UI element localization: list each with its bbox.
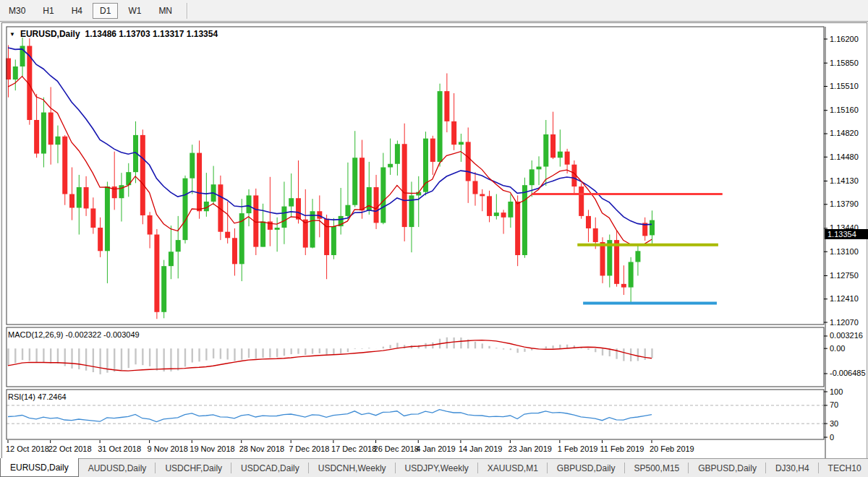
chart-tab-usdcnh-weekly[interactable]: USDCNH,Weekly	[309, 459, 396, 477]
chart-tab-xauusd-m1[interactable]: XAUUSD,M1	[478, 459, 548, 477]
timeframe-button-d1[interactable]: D1	[93, 3, 118, 19]
chart-tab-tech10[interactable]: TECH10	[819, 459, 868, 477]
timeframe-toolbar: M30H1H4D1W1MN	[0, 0, 868, 22]
macd-indicator-title: MACD(12,26,9) -0.002322 -0.003049	[8, 330, 140, 339]
symbol-dropdown-icon[interactable]: ▼	[9, 31, 15, 38]
timeframe-button-h4[interactable]: H4	[64, 3, 90, 19]
rsi-line	[8, 410, 652, 422]
chart-title: ▼ EURUSD,Daily 1.13486 1.13703 1.13317 1…	[9, 29, 218, 39]
chart-tab-bar: EURUSD,DailyAUDUSD,DailyUSDCHF,DailyUSDC…	[0, 458, 868, 477]
chart-tab-sp500-m15[interactable]: SP500,M15	[625, 459, 689, 477]
chart-tab-gbpusd-daily[interactable]: GBPUSD,Daily	[548, 459, 625, 477]
chart-ohlc-values: 1.13486 1.13703 1.13317 1.13354	[85, 29, 218, 39]
chart-tab-dj30-h4[interactable]: DJ30,H4	[766, 459, 819, 477]
rsi-indicator-title: RSI(14) 47.2464	[8, 392, 67, 401]
timeframe-button-w1[interactable]: W1	[121, 3, 148, 19]
timeframe-button-mn[interactable]: MN	[151, 3, 179, 19]
chart-canvas[interactable]	[2, 23, 867, 460]
chart-tab-usdchf-daily[interactable]: USDCHF,Daily	[156, 459, 231, 477]
chart-tab-eurusd-daily[interactable]: EURUSD,Daily	[0, 458, 79, 477]
timeframe-button-m30[interactable]: M30	[1, 3, 33, 19]
chart-tab-usdcad-daily[interactable]: USDCAD,Daily	[231, 459, 309, 477]
chart-tab-usdjpy-weekly[interactable]: USDJPY,Weekly	[396, 459, 478, 477]
chart-window[interactable]: ▼ EURUSD,Daily 1.13486 1.13703 1.13317 1…	[1, 22, 867, 460]
chart-symbol-label: EURUSD,Daily	[20, 29, 80, 39]
ma_fast-line	[8, 77, 652, 246]
current-price-badge: 1.13354	[825, 229, 868, 239]
candlestick-series	[6, 38, 655, 319]
axis-ticks	[8, 39, 827, 443]
toolbar-separator	[187, 3, 187, 19]
timeframe-button-h1[interactable]: H1	[35, 3, 61, 19]
chart-tab-gbpusd-daily[interactable]: GBPUSD,Daily	[689, 459, 766, 477]
macd-signal-line	[8, 340, 652, 371]
chart-tab-audusd-daily[interactable]: AUDUSD,Daily	[79, 459, 156, 477]
